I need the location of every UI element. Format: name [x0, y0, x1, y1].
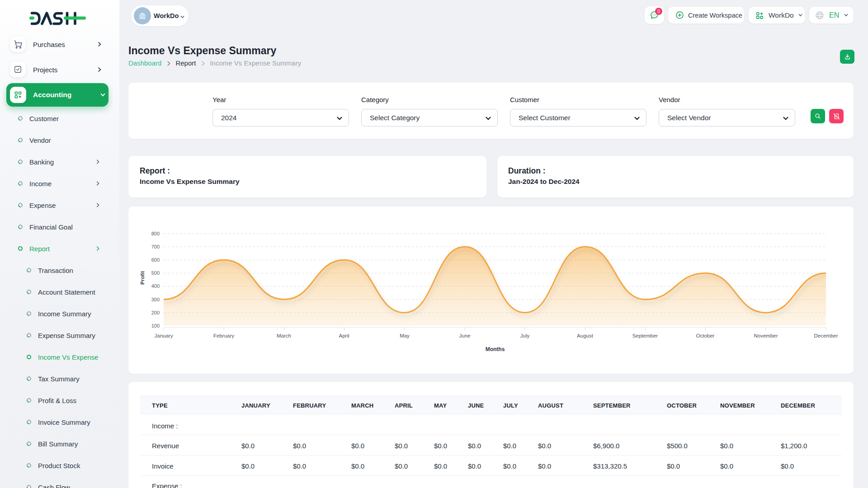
svg-text:400: 400 [151, 283, 160, 289]
svg-text:800: 800 [151, 231, 160, 236]
svg-text:100: 100 [151, 323, 160, 328]
svg-text:January: January [155, 333, 173, 338]
svg-text:300: 300 [151, 297, 160, 302]
svg-text:October: October [696, 333, 715, 338]
svg-text:Months: Months [486, 346, 505, 352]
svg-text:September: September [632, 333, 658, 338]
svg-text:600: 600 [151, 257, 160, 263]
svg-text:500: 500 [151, 270, 160, 276]
svg-text:May: May [400, 333, 410, 338]
svg-text:April: April [339, 333, 349, 338]
svg-text:August: August [577, 333, 594, 338]
svg-text:Profit: Profit [140, 271, 145, 285]
svg-text:700: 700 [151, 244, 160, 249]
svg-text:June: June [459, 333, 471, 338]
svg-text:November: November [754, 333, 778, 338]
svg-text:December: December [814, 333, 838, 338]
svg-text:200: 200 [151, 310, 160, 315]
svg-text:February: February [213, 333, 234, 338]
svg-text:March: March [277, 333, 291, 338]
svg-text:July: July [520, 333, 530, 338]
